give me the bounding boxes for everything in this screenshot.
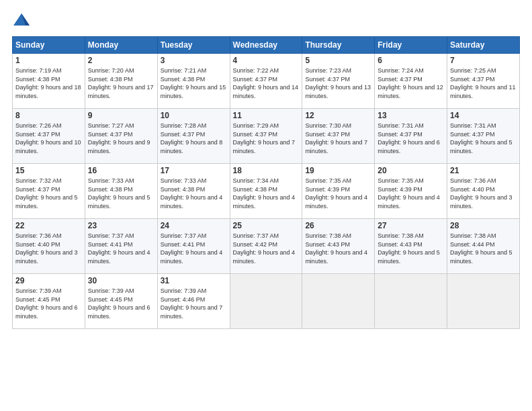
day-info: Sunrise: 7:38 AMSunset: 4:43 PMDaylight:… xyxy=(378,232,440,265)
day-number: 2 xyxy=(88,56,154,65)
day-info: Sunrise: 7:21 AMSunset: 4:38 PMDaylight:… xyxy=(161,67,226,99)
day-info: Sunrise: 7:36 AMSunset: 4:40 PMDaylight:… xyxy=(15,232,78,265)
calendar-cell: 29 Sunrise: 7:39 AMSunset: 4:45 PMDaylig… xyxy=(13,274,85,329)
day-number: 26 xyxy=(305,221,371,230)
day-info: Sunrise: 7:37 AMSunset: 4:41 PMDaylight:… xyxy=(161,232,223,265)
day-info: Sunrise: 7:32 AMSunset: 4:37 PMDaylight:… xyxy=(15,177,78,210)
day-number: 31 xyxy=(161,276,227,285)
calendar-cell: 14 Sunrise: 7:31 AMSunset: 4:37 PMDaylig… xyxy=(447,109,520,164)
day-number: 23 xyxy=(88,221,154,230)
calendar-cell: 15 Sunrise: 7:32 AMSunset: 4:37 PMDaylig… xyxy=(13,164,85,219)
calendar-cell xyxy=(302,274,375,329)
calendar-cell: 31 Sunrise: 7:39 AMSunset: 4:46 PMDaylig… xyxy=(157,274,230,329)
calendar-cell: 28 Sunrise: 7:38 AMSunset: 4:44 PMDaylig… xyxy=(447,219,520,274)
day-number: 20 xyxy=(378,166,444,175)
calendar-header-monday: Monday xyxy=(85,37,157,54)
calendar-header-wednesday: Wednesday xyxy=(230,37,302,54)
calendar-cell: 6 Sunrise: 7:24 AMSunset: 4:37 PMDayligh… xyxy=(375,54,447,109)
calendar-cell: 2 Sunrise: 7:20 AMSunset: 4:38 PMDayligh… xyxy=(85,54,157,109)
day-number: 21 xyxy=(450,166,517,175)
day-info: Sunrise: 7:38 AMSunset: 4:43 PMDaylight:… xyxy=(305,232,367,265)
day-info: Sunrise: 7:26 AMSunset: 4:37 PMDaylight:… xyxy=(15,122,81,154)
day-number: 16 xyxy=(88,166,154,175)
calendar-cell: 22 Sunrise: 7:36 AMSunset: 4:40 PMDaylig… xyxy=(13,219,85,274)
calendar-header-row: SundayMondayTuesdayWednesdayThursdayFrid… xyxy=(13,37,520,54)
day-info: Sunrise: 7:30 AMSunset: 4:37 PMDaylight:… xyxy=(305,122,367,154)
day-number: 8 xyxy=(15,111,82,120)
calendar-cell: 7 Sunrise: 7:25 AMSunset: 4:37 PMDayligh… xyxy=(447,54,520,109)
calendar-cell: 18 Sunrise: 7:34 AMSunset: 4:38 PMDaylig… xyxy=(230,164,302,219)
day-number: 4 xyxy=(233,56,300,65)
calendar-cell: 21 Sunrise: 7:36 AMSunset: 4:40 PMDaylig… xyxy=(447,164,520,219)
day-number: 13 xyxy=(378,111,444,120)
calendar-header-friday: Friday xyxy=(375,37,447,54)
calendar-week-3: 15 Sunrise: 7:32 AMSunset: 4:37 PMDaylig… xyxy=(13,164,520,219)
calendar-header-tuesday: Tuesday xyxy=(157,37,230,54)
calendar-cell: 19 Sunrise: 7:35 AMSunset: 4:39 PMDaylig… xyxy=(302,164,375,219)
calendar-cell: 10 Sunrise: 7:28 AMSunset: 4:37 PMDaylig… xyxy=(157,109,230,164)
day-info: Sunrise: 7:20 AMSunset: 4:38 PMDaylight:… xyxy=(88,67,154,99)
day-number: 19 xyxy=(305,166,371,175)
day-number: 28 xyxy=(450,221,517,230)
day-number: 5 xyxy=(305,56,371,65)
calendar-cell xyxy=(447,274,520,329)
day-number: 18 xyxy=(233,166,300,175)
day-number: 25 xyxy=(233,221,300,230)
calendar-week-5: 29 Sunrise: 7:39 AMSunset: 4:45 PMDaylig… xyxy=(13,274,520,329)
day-number: 17 xyxy=(161,166,227,175)
calendar-cell: 26 Sunrise: 7:38 AMSunset: 4:43 PMDaylig… xyxy=(302,219,375,274)
calendar-cell: 5 Sunrise: 7:23 AMSunset: 4:37 PMDayligh… xyxy=(302,54,375,109)
day-info: Sunrise: 7:35 AMSunset: 4:39 PMDaylight:… xyxy=(378,177,440,210)
day-number: 6 xyxy=(378,56,444,65)
calendar-cell: 8 Sunrise: 7:26 AMSunset: 4:37 PMDayligh… xyxy=(13,109,85,164)
calendar-cell: 4 Sunrise: 7:22 AMSunset: 4:37 PMDayligh… xyxy=(230,54,302,109)
day-info: Sunrise: 7:37 AMSunset: 4:42 PMDaylight:… xyxy=(233,232,296,265)
logo xyxy=(12,11,34,30)
day-info: Sunrise: 7:29 AMSunset: 4:37 PMDaylight:… xyxy=(233,122,296,154)
day-info: Sunrise: 7:33 AMSunset: 4:38 PMDaylight:… xyxy=(161,177,223,210)
calendar-cell: 23 Sunrise: 7:37 AMSunset: 4:41 PMDaylig… xyxy=(85,219,157,274)
calendar-header-thursday: Thursday xyxy=(302,37,375,54)
logo-icon xyxy=(12,11,31,30)
day-number: 11 xyxy=(233,111,300,120)
calendar-week-2: 8 Sunrise: 7:26 AMSunset: 4:37 PMDayligh… xyxy=(13,109,520,164)
day-info: Sunrise: 7:39 AMSunset: 4:45 PMDaylight:… xyxy=(15,287,78,320)
calendar-week-4: 22 Sunrise: 7:36 AMSunset: 4:40 PMDaylig… xyxy=(13,219,520,274)
day-info: Sunrise: 7:38 AMSunset: 4:44 PMDaylight:… xyxy=(450,232,513,265)
day-number: 14 xyxy=(450,111,517,120)
calendar-cell: 24 Sunrise: 7:37 AMSunset: 4:41 PMDaylig… xyxy=(157,219,230,274)
day-number: 24 xyxy=(161,221,227,230)
day-number: 12 xyxy=(305,111,371,120)
day-info: Sunrise: 7:31 AMSunset: 4:37 PMDaylight:… xyxy=(450,122,513,154)
day-number: 1 xyxy=(15,56,82,65)
calendar-week-1: 1 Sunrise: 7:19 AMSunset: 4:38 PMDayligh… xyxy=(13,54,520,109)
calendar-cell xyxy=(375,274,447,329)
day-number: 10 xyxy=(161,111,227,120)
day-info: Sunrise: 7:27 AMSunset: 4:37 PMDaylight:… xyxy=(88,122,150,154)
day-info: Sunrise: 7:36 AMSunset: 4:40 PMDaylight:… xyxy=(450,177,513,210)
day-info: Sunrise: 7:37 AMSunset: 4:41 PMDaylight:… xyxy=(88,232,150,265)
calendar-cell: 16 Sunrise: 7:33 AMSunset: 4:38 PMDaylig… xyxy=(85,164,157,219)
calendar-cell: 9 Sunrise: 7:27 AMSunset: 4:37 PMDayligh… xyxy=(85,109,157,164)
day-number: 30 xyxy=(88,276,154,285)
day-info: Sunrise: 7:22 AMSunset: 4:37 PMDaylight:… xyxy=(233,67,299,99)
calendar-cell: 20 Sunrise: 7:35 AMSunset: 4:39 PMDaylig… xyxy=(375,164,447,219)
calendar-cell: 30 Sunrise: 7:39 AMSunset: 4:45 PMDaylig… xyxy=(85,274,157,329)
day-info: Sunrise: 7:33 AMSunset: 4:38 PMDaylight:… xyxy=(88,177,150,210)
page: SundayMondayTuesdayWednesdayThursdayFrid… xyxy=(0,0,532,411)
day-number: 27 xyxy=(378,221,444,230)
day-info: Sunrise: 7:23 AMSunset: 4:37 PMDaylight:… xyxy=(305,67,371,99)
calendar-cell: 27 Sunrise: 7:38 AMSunset: 4:43 PMDaylig… xyxy=(375,219,447,274)
calendar-table: SundayMondayTuesdayWednesdayThursdayFrid… xyxy=(12,36,520,329)
day-number: 9 xyxy=(88,111,154,120)
calendar-header-saturday: Saturday xyxy=(447,37,520,54)
calendar-cell: 13 Sunrise: 7:31 AMSunset: 4:37 PMDaylig… xyxy=(375,109,447,164)
calendar-cell: 3 Sunrise: 7:21 AMSunset: 4:38 PMDayligh… xyxy=(157,54,230,109)
day-number: 3 xyxy=(161,56,227,65)
day-number: 7 xyxy=(450,56,517,65)
calendar-cell: 1 Sunrise: 7:19 AMSunset: 4:38 PMDayligh… xyxy=(13,54,85,109)
calendar-cell: 12 Sunrise: 7:30 AMSunset: 4:37 PMDaylig… xyxy=(302,109,375,164)
day-info: Sunrise: 7:35 AMSunset: 4:39 PMDaylight:… xyxy=(305,177,367,210)
day-info: Sunrise: 7:39 AMSunset: 4:45 PMDaylight:… xyxy=(88,287,150,320)
day-number: 15 xyxy=(15,166,82,175)
